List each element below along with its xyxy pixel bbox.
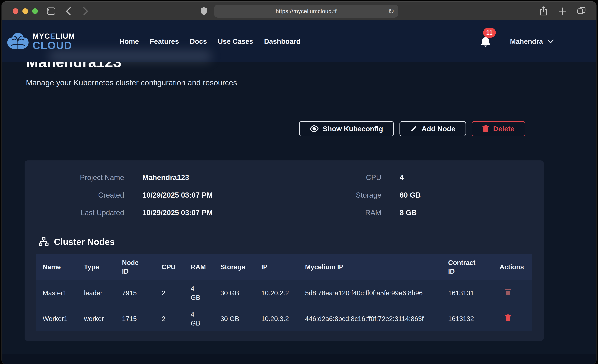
add-node-button[interactable]: Add Node bbox=[399, 121, 466, 136]
page-footer bbox=[2, 354, 596, 364]
address-bar-area: https://myceliumcloud.tf ↻ bbox=[200, 5, 398, 17]
chevron-down-icon bbox=[547, 39, 554, 44]
url-text: https://myceliumcloud.tf bbox=[276, 8, 337, 14]
column-header-ram: RAM bbox=[184, 254, 214, 280]
column-header-type: Type bbox=[77, 254, 115, 280]
cell-mycelium-ip: 5d8:78ea:a120:f40c:ff0f:a5fe:99e6:8b96 bbox=[299, 280, 441, 306]
back-button[interactable] bbox=[64, 7, 72, 15]
cell-mycelium-ip: 446:d2a6:8bcd:8c16:ff0f:72e2:3114:863f bbox=[299, 306, 441, 331]
column-header-actions: Actions bbox=[493, 254, 532, 280]
reload-icon: ↻ bbox=[388, 7, 394, 16]
cloud-logo-icon bbox=[7, 32, 29, 51]
info-label-storage: Storage bbox=[327, 191, 382, 199]
new-tab-button[interactable] bbox=[558, 7, 566, 15]
nav-controls bbox=[47, 7, 90, 15]
page-title: Mahendra123 bbox=[26, 62, 596, 70]
desktop: https://myceliumcloud.tf ↻ bbox=[0, 0, 598, 364]
info-value-storage: 60 GB bbox=[400, 191, 544, 199]
cell-type: leader bbox=[77, 280, 115, 306]
minimize-window-button[interactable] bbox=[22, 8, 28, 14]
info-label-ram: RAM bbox=[327, 208, 382, 217]
show-kubeconfig-button[interactable]: Show Kubeconfig bbox=[299, 121, 394, 136]
logo-line-2: CLOUD bbox=[33, 40, 75, 51]
nav-item-docs[interactable]: Docs bbox=[190, 38, 207, 45]
plus-icon bbox=[559, 7, 566, 15]
cluster-info-grid: Project Name Mahendra123 CPU 4 Created 1… bbox=[25, 173, 544, 217]
column-header-mycelium-ip: Mycelium IP bbox=[299, 254, 441, 280]
site-logo[interactable]: MYCELIUM CLOUD bbox=[7, 32, 75, 51]
cell-name: Worker1 bbox=[36, 306, 77, 331]
forward-button[interactable] bbox=[82, 7, 90, 15]
nav-item-home[interactable]: Home bbox=[119, 38, 139, 45]
browser-toolbar: https://myceliumcloud.tf ↻ bbox=[2, 2, 596, 20]
cell-contract-id: 1613132 bbox=[441, 306, 493, 331]
cell-node-id: 1715 bbox=[115, 306, 155, 331]
cell-actions bbox=[493, 280, 532, 306]
reload-button[interactable]: ↻ bbox=[387, 6, 395, 16]
column-header-name: Name bbox=[36, 254, 77, 280]
nav-item-dashboard[interactable]: Dashboard bbox=[264, 38, 300, 45]
info-value-cpu: 4 bbox=[400, 173, 544, 182]
cluster-actions: Show Kubeconfig Add Node Delete bbox=[2, 121, 525, 136]
network-nodes-icon bbox=[38, 236, 49, 247]
page-title-clip: Mahendra123 bbox=[26, 62, 596, 70]
site-header: MYCELIUM CLOUD Home Features Docs Use Ca… bbox=[2, 20, 596, 62]
zoom-window-button[interactable] bbox=[32, 8, 38, 14]
info-value-created: 10/29/2025 03:07 PM bbox=[142, 191, 308, 199]
share-button[interactable] bbox=[540, 7, 548, 15]
delete-label: Delete bbox=[493, 125, 515, 133]
info-value-ram: 8 GB bbox=[400, 208, 544, 217]
cell-ram: 4 GB bbox=[184, 306, 214, 331]
column-header-storage: Storage bbox=[214, 254, 255, 280]
info-label-last-updated: Last Updated bbox=[25, 208, 124, 217]
table-header-row: Name Type Node ID CPU RAM Storage IP Myc… bbox=[36, 254, 532, 280]
cell-node-id: 7915 bbox=[115, 280, 155, 306]
info-label-cpu: CPU bbox=[327, 173, 382, 182]
user-name: Mahendra bbox=[510, 38, 543, 45]
bell-icon bbox=[481, 36, 490, 47]
cell-storage: 30 GB bbox=[214, 280, 255, 306]
nav-item-features[interactable]: Features bbox=[150, 38, 179, 45]
tab-overview-button[interactable] bbox=[577, 7, 585, 15]
delete-node-button[interactable] bbox=[505, 314, 511, 321]
cluster-nodes-heading: Cluster Nodes bbox=[38, 236, 544, 247]
nav-item-use-cases[interactable]: Use Cases bbox=[218, 38, 253, 45]
cell-type: worker bbox=[77, 306, 115, 331]
tabs-icon bbox=[577, 7, 586, 15]
address-bar[interactable]: https://myceliumcloud.tf ↻ bbox=[214, 5, 398, 17]
logo-text: MYCELIUM CLOUD bbox=[33, 32, 75, 50]
delete-node-button[interactable] bbox=[505, 289, 511, 295]
sidebar-toggle-button[interactable] bbox=[47, 7, 55, 15]
header-right: 11 Mahendra bbox=[481, 36, 555, 47]
chevron-left-icon bbox=[66, 7, 71, 16]
column-header-cpu: CPU bbox=[155, 254, 184, 280]
browser-window: https://myceliumcloud.tf ↻ bbox=[1, 1, 597, 364]
cell-contract-id: 1613131 bbox=[441, 280, 493, 306]
eye-icon bbox=[310, 125, 318, 132]
cell-storage: 30 GB bbox=[214, 306, 255, 331]
cluster-nodes-table: Name Type Node ID CPU RAM Storage IP Myc… bbox=[36, 254, 532, 331]
column-header-node-id: Node ID bbox=[115, 254, 155, 280]
close-window-button[interactable] bbox=[13, 8, 18, 14]
info-label-created: Created bbox=[25, 191, 124, 199]
cell-actions bbox=[493, 306, 532, 331]
delete-cluster-button[interactable]: Delete bbox=[472, 121, 525, 136]
cluster-card: Project Name Mahendra123 CPU 4 Created 1… bbox=[25, 160, 544, 341]
add-node-label: Add Node bbox=[422, 125, 455, 133]
cell-ram: 4 GB bbox=[184, 280, 214, 306]
logo-line-1: MYCELIUM bbox=[33, 32, 75, 40]
page-subtitle: Manage your Kubernetes cluster configura… bbox=[26, 78, 596, 87]
table-row: Master1 leader 7915 2 4 GB 30 GB 10.20.2… bbox=[36, 280, 532, 306]
column-header-ip: IP bbox=[255, 254, 299, 280]
sidebar-icon bbox=[47, 8, 55, 15]
page-content: Mahendra123 Manage your Kubernetes clust… bbox=[2, 62, 596, 364]
trash-icon bbox=[505, 289, 511, 295]
notifications-button[interactable]: 11 bbox=[481, 36, 490, 47]
show-kubeconfig-label: Show Kubeconfig bbox=[323, 125, 383, 133]
cell-cpu: 2 bbox=[155, 280, 184, 306]
privacy-shield-icon[interactable] bbox=[200, 7, 208, 15]
notification-badge: 11 bbox=[483, 28, 496, 38]
cell-ip: 10.20.3.2 bbox=[255, 306, 299, 331]
window-controls bbox=[13, 8, 38, 14]
user-menu-button[interactable]: Mahendra bbox=[509, 37, 555, 46]
